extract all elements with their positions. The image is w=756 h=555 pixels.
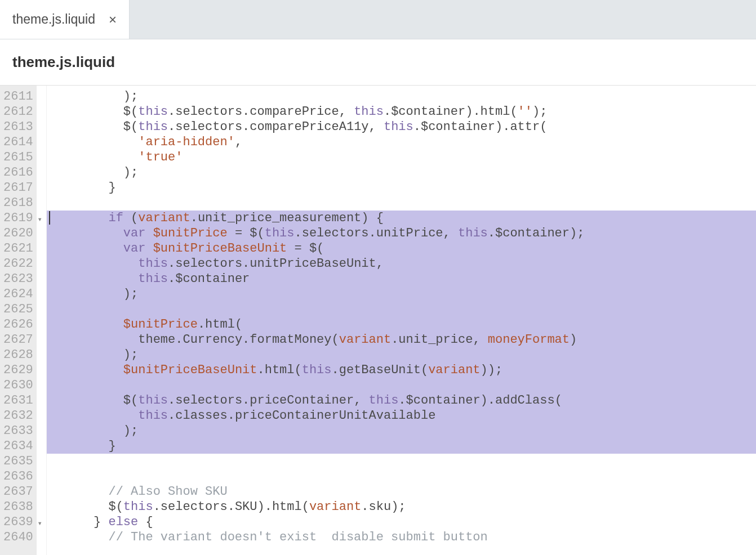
line-number: 2614: [3, 135, 34, 150]
line-number: 2627: [3, 332, 34, 347]
line-number: 2612: [3, 104, 34, 119]
code-line[interactable]: );: [47, 89, 756, 104]
code-line[interactable]: $(this.selectors.comparePrice, this.$con…: [47, 104, 756, 119]
line-number: 2613: [3, 119, 34, 135]
code-line[interactable]: // Also Show SKU: [47, 484, 756, 499]
fold-column: [37, 86, 47, 555]
line-number: 2619▾: [3, 211, 34, 226]
code-line[interactable]: );: [47, 423, 756, 438]
line-number: 2616: [3, 165, 34, 180]
code-line[interactable]: [47, 469, 756, 484]
line-number: 2630: [3, 378, 34, 393]
line-number: 2639▾: [3, 514, 34, 530]
fold-toggle-icon[interactable]: ▾: [37, 212, 42, 227]
line-number: 2640: [3, 530, 34, 545]
code-line[interactable]: } else {: [47, 514, 756, 530]
file-title: theme.js.liquid: [12, 53, 115, 71]
code-editor[interactable]: 261126122613261426152616261726182619▾262…: [0, 86, 756, 555]
line-number: 2618: [3, 195, 34, 211]
tab-bar: theme.js.liquid ×: [0, 0, 756, 39]
tab-label: theme.js.liquid: [12, 12, 95, 27]
line-number: 2624: [3, 287, 34, 302]
code-line[interactable]: 'true': [47, 150, 756, 165]
file-header: theme.js.liquid: [0, 39, 756, 86]
code-line[interactable]: 'aria-hidden',: [47, 135, 756, 150]
line-number: 2623: [3, 271, 34, 287]
code-line[interactable]: [47, 378, 756, 393]
text-cursor: [49, 211, 50, 225]
line-number: 2611: [3, 89, 34, 104]
line-number: 2629: [3, 362, 34, 378]
line-number: 2617: [3, 180, 34, 195]
code-line[interactable]: $unitPriceBaseUnit.html(this.getBaseUnit…: [47, 362, 756, 378]
code-line[interactable]: [47, 454, 756, 469]
code-line[interactable]: this.selectors.unitPriceBaseUnit,: [47, 256, 756, 271]
code-line[interactable]: theme.Currency.formatMoney(variant.unit_…: [47, 332, 756, 347]
code-line[interactable]: );: [47, 347, 756, 362]
code-line[interactable]: $(this.selectors.SKU).html(variant.sku);: [47, 499, 756, 514]
code-line[interactable]: }: [47, 438, 756, 454]
line-number: 2637: [3, 484, 34, 499]
line-number: 2615: [3, 150, 34, 165]
code-line[interactable]: }: [47, 180, 756, 195]
line-number: 2621: [3, 241, 34, 256]
code-line[interactable]: var $unitPrice = $(this.selectors.unitPr…: [47, 226, 756, 241]
line-number: 2625: [3, 302, 34, 317]
code-line[interactable]: [47, 195, 756, 211]
code-line[interactable]: );: [47, 165, 756, 180]
code-line[interactable]: this.$container: [47, 271, 756, 287]
line-number: 2638: [3, 499, 34, 514]
code-line[interactable]: );: [47, 287, 756, 302]
line-number: 2622: [3, 256, 34, 271]
line-number: 2632: [3, 408, 34, 423]
fold-toggle-icon[interactable]: ▾: [37, 516, 42, 531]
line-number: 2633: [3, 423, 34, 438]
code-line[interactable]: var $unitPriceBaseUnit = $(: [47, 241, 756, 256]
code-area[interactable]: ); $(this.selectors.comparePrice, this.$…: [47, 86, 756, 555]
line-number: 2620: [3, 226, 34, 241]
code-line[interactable]: this.classes.priceContainerUnitAvailable: [47, 408, 756, 423]
line-number: 2635: [3, 454, 34, 469]
code-line[interactable]: $unitPrice.html(: [47, 317, 756, 332]
line-number: 2634: [3, 438, 34, 454]
line-number: 2628: [3, 347, 34, 362]
line-number-gutter: 261126122613261426152616261726182619▾262…: [0, 86, 37, 555]
code-line[interactable]: [47, 302, 756, 317]
line-number: 2626: [3, 317, 34, 332]
close-icon[interactable]: ×: [109, 13, 117, 26]
code-line[interactable]: $(this.selectors.priceContainer, this.$c…: [47, 393, 756, 408]
code-line[interactable]: if (variant.unit_price_measurement) {: [47, 211, 756, 226]
tab-active[interactable]: theme.js.liquid ×: [0, 0, 130, 39]
line-number: 2631: [3, 393, 34, 408]
line-number: 2636: [3, 469, 34, 484]
code-line[interactable]: // The variant doesn't exist disable sub…: [47, 530, 756, 545]
code-line[interactable]: $(this.selectors.comparePriceA11y, this.…: [47, 119, 756, 135]
